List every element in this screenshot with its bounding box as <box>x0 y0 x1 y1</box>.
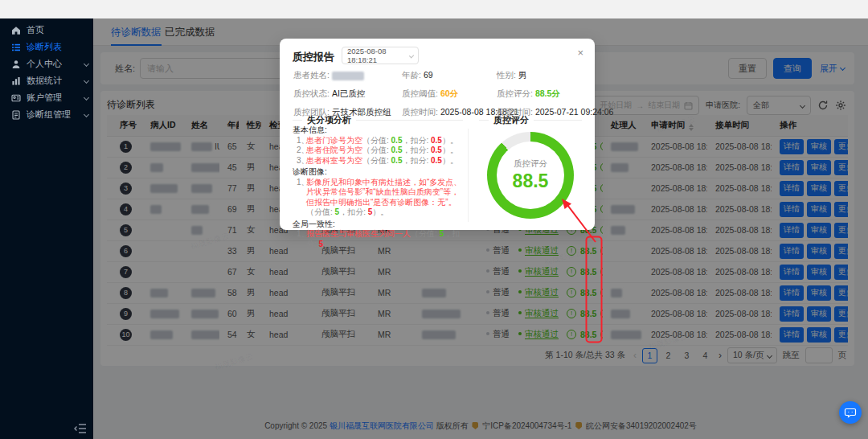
deduct-value: 0.5 <box>431 136 442 145</box>
analysis-item-text: 影像所见和印象中有病灶描述，如“多发点、片状异常信号影”和“缺血性脑白质病变”等… <box>306 178 461 207</box>
qc-threshold-field: 质控阈值:60分 <box>402 88 458 99</box>
score-open: （分值: <box>362 146 391 154</box>
sidebar-item-label: 诊断列表 <box>27 41 88 53</box>
analysis-item: 3、患者科室号为空（分值: 0.5，扣分: 0.5）。 <box>293 156 463 166</box>
analysis-item: 1、影像所见和印象中有病灶描述，如“多发点、片状异常信号影”和“缺血性脑白质病变… <box>293 178 463 218</box>
report-version-select[interactable]: 2025-08-08 18:18:21 <box>342 47 419 64</box>
account-icon <box>11 93 21 103</box>
chevron-down-icon <box>84 95 89 101</box>
age-field: 年龄:69 <box>402 69 433 80</box>
sex-field: 性别:男 <box>497 69 526 80</box>
panel-divider <box>468 129 469 222</box>
qc-status-field: 质控状态:AI已质控 <box>293 88 365 99</box>
sidebar-item-label: 首页 <box>27 24 88 36</box>
score-open: （分值: <box>411 229 440 238</box>
score-mid: ，扣分: <box>402 146 431 154</box>
sidebar-item-accounts[interactable]: 账户管理 <box>0 89 93 106</box>
score-mid: ，扣分: <box>402 136 431 145</box>
patient-name-field: 患者姓名: <box>293 69 364 80</box>
analysis-item-text: 患者门诊号为空 <box>306 136 362 145</box>
sidebar-item-label: 账户管理 <box>27 92 81 104</box>
score-value: 0.5 <box>391 136 403 145</box>
qc-report-modal: 质控报告 2025-08-08 18:18:21 × 患者姓名: 年龄:69 性… <box>280 39 595 230</box>
customer-service-button[interactable] <box>839 401 862 424</box>
donut-label: 质控评分 <box>487 158 574 170</box>
sidebar-item-label: 诊断组管理 <box>27 109 81 121</box>
sidebar: 首页 诊断列表 个人中心 数据统计 账户管理 诊断组管理 <box>0 18 93 439</box>
score-value: 0.5 <box>391 156 403 165</box>
home-icon <box>11 26 21 35</box>
score-close: ）。 <box>442 156 458 165</box>
analysis-category: 诊断图像: <box>293 167 463 178</box>
score-value: 0.5 <box>391 146 403 154</box>
analysis-item-text: 患者住院号为空 <box>306 146 362 154</box>
analysis-item-index: 1、 <box>297 229 309 240</box>
score-close: ）。 <box>372 207 388 216</box>
close-icon[interactable]: × <box>577 47 583 59</box>
sidebar-collapse-icon[interactable] <box>74 423 87 434</box>
score-section-title: 质控评分 <box>479 114 582 126</box>
chevron-down-icon <box>409 53 415 59</box>
analysis-item-text: 患者科室号为空 <box>306 156 362 165</box>
score-open: （分值: <box>362 156 391 165</box>
analysis-item-index: 2、 <box>297 146 309 156</box>
sidebar-menu: 首页 诊断列表 个人中心 数据统计 账户管理 诊断组管理 <box>0 18 93 123</box>
group-icon <box>11 110 21 120</box>
donut-value: 88.5 <box>487 170 574 192</box>
analysis-item: 1、患者门诊号为空（分值: 0.5，扣分: 0.5）。 <box>293 136 463 146</box>
score-close: ）。 <box>323 240 339 248</box>
sidebar-item-home[interactable]: 首页 <box>0 22 93 39</box>
analysis-list: 基本信息:1、患者门诊号为空（分值: 0.5，扣分: 0.5）。2、患者住院号为… <box>293 124 463 249</box>
score-open: （分值: <box>306 207 335 216</box>
score-mid: ，扣分: <box>402 156 431 165</box>
sidebar-item-diagnosis-groups[interactable]: 诊断组管理 <box>0 106 93 123</box>
chevron-down-icon <box>84 112 89 117</box>
score-close: ）。 <box>442 146 458 154</box>
analysis-category: 基本信息: <box>293 125 463 136</box>
chat-bot-icon <box>844 406 857 419</box>
deduct-value: 0.5 <box>431 156 442 165</box>
sidebar-item-diagnosis-list[interactable]: 诊断列表 <box>0 39 93 55</box>
score-open: （分值: <box>362 136 391 145</box>
analysis-item: 2、患者住院号为空（分值: 0.5，扣分: 0.5）。 <box>293 146 463 156</box>
analysis-item: 1、报告医生与审核医生为同一人（分值: 5，扣分: 5）。 <box>293 229 463 249</box>
analysis-item-text: 报告医生与审核医生为同一人 <box>306 229 411 238</box>
sidebar-item-personal-center[interactable]: 个人中心 <box>0 55 93 72</box>
analysis-item-index: 3、 <box>297 156 309 166</box>
chart-icon <box>11 76 21 86</box>
score-close: ）。 <box>442 136 458 145</box>
top-strip <box>0 0 868 18</box>
sidebar-item-statistics[interactable]: 数据统计 <box>0 72 93 89</box>
modal-title: 质控报告 <box>293 50 334 64</box>
patient-name-redacted <box>332 72 364 80</box>
qc-score-field: 质控评分:88.5分 <box>497 88 560 99</box>
user-icon <box>11 59 21 69</box>
list-icon <box>11 43 21 52</box>
analysis-item-index: 1、 <box>297 178 309 188</box>
chevron-down-icon <box>84 61 89 67</box>
analysis-category: 全局一致性: <box>293 220 463 230</box>
deduct-value: 0.5 <box>431 146 442 154</box>
chevron-down-icon <box>84 78 89 84</box>
sidebar-item-label: 数据统计 <box>27 75 81 87</box>
score-mid: ，扣分: <box>339 207 368 216</box>
analysis-item-index: 1、 <box>297 136 309 146</box>
qc-score-donut-chart: 质控评分 88.5 <box>487 132 574 219</box>
sidebar-item-label: 个人中心 <box>27 58 81 70</box>
